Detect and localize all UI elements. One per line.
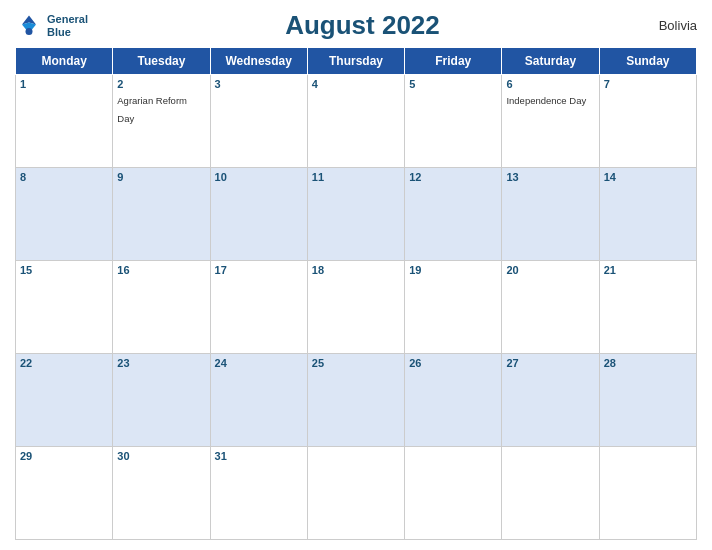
calendar-day: 5 <box>405 75 502 168</box>
weekday-tuesday: Tuesday <box>113 48 210 75</box>
calendar-day <box>405 447 502 540</box>
day-number: 31 <box>215 450 303 462</box>
weekday-saturday: Saturday <box>502 48 599 75</box>
logo-text: General Blue <box>47 13 88 37</box>
calendar-day: 22 <box>16 354 113 447</box>
day-number: 26 <box>409 357 497 369</box>
calendar-day: 10 <box>210 168 307 261</box>
calendar-day: 8 <box>16 168 113 261</box>
day-number: 23 <box>117 357 205 369</box>
svg-point-2 <box>26 28 33 35</box>
day-number: 13 <box>506 171 594 183</box>
calendar-day: 27 <box>502 354 599 447</box>
calendar-day: 6Independence Day <box>502 75 599 168</box>
logo: General Blue <box>15 12 88 40</box>
calendar-table: MondayTuesdayWednesdayThursdayFridaySatu… <box>15 47 697 540</box>
weekday-friday: Friday <box>405 48 502 75</box>
week-row-1: 12Agrarian Reform Day3456Independence Da… <box>16 75 697 168</box>
calendar-day: 9 <box>113 168 210 261</box>
calendar-day <box>307 447 404 540</box>
day-number: 18 <box>312 264 400 276</box>
day-number: 11 <box>312 171 400 183</box>
day-number: 22 <box>20 357 108 369</box>
calendar-day: 26 <box>405 354 502 447</box>
calendar-day: 16 <box>113 261 210 354</box>
day-number: 8 <box>20 171 108 183</box>
day-number: 9 <box>117 171 205 183</box>
day-number: 25 <box>312 357 400 369</box>
weekday-thursday: Thursday <box>307 48 404 75</box>
calendar-day: 31 <box>210 447 307 540</box>
day-number: 1 <box>20 78 108 90</box>
calendar-day: 12 <box>405 168 502 261</box>
calendar-day: 15 <box>16 261 113 354</box>
calendar-day: 25 <box>307 354 404 447</box>
calendar-day: 2Agrarian Reform Day <box>113 75 210 168</box>
day-number: 20 <box>506 264 594 276</box>
day-number: 6 <box>506 78 594 90</box>
calendar-day: 30 <box>113 447 210 540</box>
calendar-day: 17 <box>210 261 307 354</box>
calendar-day: 1 <box>16 75 113 168</box>
logo-icon <box>15 12 43 40</box>
day-number: 15 <box>20 264 108 276</box>
day-number: 4 <box>312 78 400 90</box>
day-event: Agrarian Reform Day <box>117 95 187 124</box>
day-number: 5 <box>409 78 497 90</box>
day-number: 30 <box>117 450 205 462</box>
weekday-wednesday: Wednesday <box>210 48 307 75</box>
day-number: 16 <box>117 264 205 276</box>
calendar-day: 20 <box>502 261 599 354</box>
country-label: Bolivia <box>637 18 697 33</box>
day-number: 28 <box>604 357 692 369</box>
calendar-day: 3 <box>210 75 307 168</box>
calendar-day: 19 <box>405 261 502 354</box>
weekday-sunday: Sunday <box>599 48 696 75</box>
calendar-day: 11 <box>307 168 404 261</box>
day-number: 14 <box>604 171 692 183</box>
month-title: August 2022 <box>88 10 637 41</box>
weekday-header-row: MondayTuesdayWednesdayThursdayFridaySatu… <box>16 48 697 75</box>
day-event: Independence Day <box>506 95 586 106</box>
week-row-2: 891011121314 <box>16 168 697 261</box>
week-row-4: 22232425262728 <box>16 354 697 447</box>
calendar-day: 4 <box>307 75 404 168</box>
day-number: 12 <box>409 171 497 183</box>
calendar-day: 13 <box>502 168 599 261</box>
calendar-day: 21 <box>599 261 696 354</box>
day-number: 7 <box>604 78 692 90</box>
calendar-day: 23 <box>113 354 210 447</box>
calendar-header: General Blue August 2022 Bolivia <box>15 10 697 41</box>
day-number: 19 <box>409 264 497 276</box>
week-row-5: 293031 <box>16 447 697 540</box>
week-row-3: 15161718192021 <box>16 261 697 354</box>
day-number: 3 <box>215 78 303 90</box>
calendar-day: 18 <box>307 261 404 354</box>
day-number: 21 <box>604 264 692 276</box>
day-number: 10 <box>215 171 303 183</box>
day-number: 29 <box>20 450 108 462</box>
day-number: 24 <box>215 357 303 369</box>
calendar-day: 24 <box>210 354 307 447</box>
day-number: 2 <box>117 78 205 90</box>
calendar-day: 14 <box>599 168 696 261</box>
day-number: 27 <box>506 357 594 369</box>
calendar-day <box>599 447 696 540</box>
calendar-day: 29 <box>16 447 113 540</box>
calendar-day: 28 <box>599 354 696 447</box>
weekday-monday: Monday <box>16 48 113 75</box>
calendar-day <box>502 447 599 540</box>
day-number: 17 <box>215 264 303 276</box>
calendar-day: 7 <box>599 75 696 168</box>
